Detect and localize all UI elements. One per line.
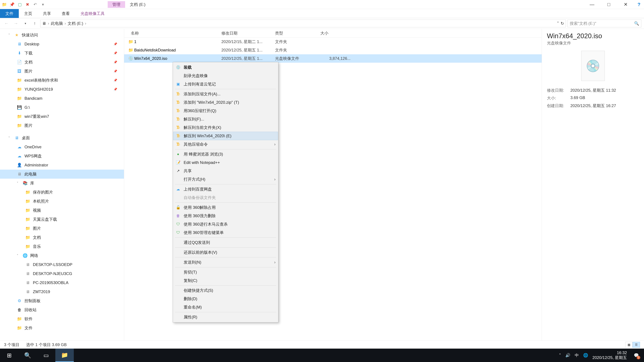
tree-library[interactable]: ˅📚库 [0,179,124,188]
tree-desktop-root[interactable]: ˅🖥桌面 [0,133,124,142]
tree-onedrive[interactable]: ☁OneDrive [0,142,124,151]
taskbar-search-button[interactable]: 🔍 [18,349,37,362]
menu-share[interactable]: ↗共享 [173,167,278,175]
file-list-header[interactable]: 名称 修改日期 类型 大小 [124,29,542,37]
file-row[interactable]: 📁 12020/12/15, 星期二 1...文件夹 [124,37,542,46]
tree-pc3[interactable]: 🖥PC-20190530OBLA [0,278,124,287]
menu-rename[interactable]: 重命名(M) [173,303,278,311]
menu-youdao[interactable]: ▣上传到有道云笔记 [173,80,278,88]
tab-home[interactable]: 主页 [19,9,38,18]
contextual-tab-manage[interactable]: 管理 [108,1,125,8]
nav-back-button[interactable]: ← [3,19,10,27]
tab-share[interactable]: 共享 [38,9,56,18]
menu-360-manage[interactable]: 🛡使用 360管理右键菜单 [173,228,278,237]
tree-docs2[interactable]: 📁文档 [0,233,124,242]
tree-files[interactable]: 📁文件 [0,324,124,333]
tree-localpics[interactable]: 📁本机照片 [0,197,124,206]
tree-soft[interactable]: 📁软件 [0,314,124,324]
refresh-icon[interactable]: ↻ [561,21,564,26]
tree-documents[interactable]: 📄文档📌 [0,58,124,67]
tree-quick-access[interactable]: ˅★快速访问 [0,30,124,39]
taskbar-clock[interactable]: 16:32 2020/12/25, 星期五 [592,351,627,360]
action-center-icon[interactable]: 💬 3 [631,350,641,360]
ime-icon[interactable]: 中 [575,353,579,358]
network-icon[interactable]: 🌐 [583,353,588,358]
tree-win7[interactable]: 📁win7重装win7 [0,112,124,121]
chevron-right-icon[interactable]: › [47,21,50,26]
menu-360-delete[interactable]: 🗑使用 360强力删除 [173,212,278,220]
menu-properties[interactable]: 属性(R) [173,313,278,321]
volume-icon[interactable]: 🔊 [565,353,570,358]
menu-360-scan[interactable]: 🛡使用 360进行木马云查杀 [173,220,278,228]
tree-pics3[interactable]: 📁图片 [0,224,124,233]
menu-other-zip[interactable]: 🗜其他压缩命令› [173,140,278,148]
menu-copy[interactable]: 复制(C) [173,276,278,285]
view-details-button[interactable]: ☰ [632,342,640,348]
menu-notepadpp[interactable]: 📝Edit with Notepad++ [173,158,278,167]
tree-wps[interactable]: ☁WPS网盘 [0,151,124,161]
start-button[interactable]: ⊞ [0,349,18,362]
close-button[interactable]: ✕ [617,0,634,9]
tree-gdrive[interactable]: 💾G:\ [0,103,124,112]
search-input[interactable]: 搜索"文档 (E:)" 🔍 [568,19,641,27]
menu-360-unlock[interactable]: 🔓使用 360解除占用 [173,203,278,212]
tree-pictures[interactable]: 🖼图片📌 [0,67,124,76]
menu-open-360zip[interactable]: 🗜用360压缩打开(Q) [173,107,278,115]
address-dropdown-icon[interactable]: ˅ [557,21,559,26]
menu-extract-named[interactable]: 🗜解压到 Win7x64_2020\ (E) [173,132,278,140]
tree-pc1[interactable]: 🖥DESKTOP-LSSOEDP [0,260,124,269]
file-row[interactable]: 📁 BaiduNetdiskDownload2020/12/25, 星期五 1.… [124,46,542,54]
menu-mount[interactable]: 💿装载 [173,63,278,71]
col-size[interactable]: 大小 [320,30,354,36]
qat-check-icon[interactable]: ▢ [17,2,22,7]
tree-video[interactable]: 📁视频 [0,206,124,215]
tab-file[interactable]: 文件 [0,9,19,18]
menu-bee-browser[interactable]: ●用 蜂蜜浏览器 浏览(3) [173,150,278,158]
tree-admin[interactable]: 👤Administrator [0,161,124,170]
col-name[interactable]: 名称 [128,30,221,36]
menu-extract-here[interactable]: 🗜解压到当前文件夹(X) [173,123,278,132]
qat-undo-icon[interactable]: ↶ [32,2,38,7]
tree-pc2[interactable]: 🖥DESKTOP-NJEU3CG [0,269,124,278]
minimize-button[interactable]: — [584,0,600,9]
tab-disc-tools[interactable]: 光盘映像工具 [75,9,110,18]
tree-pc4[interactable]: 🖥ZMT2019 [0,287,124,296]
navigation-tree[interactable]: ˅★快速访问 🖥Desktop📌 ⬇下载📌 📄文档📌 🖼图片📌 📁excel表格… [0,29,124,341]
nav-recent-button[interactable]: ▾ [22,19,29,27]
tree-bandicam[interactable]: 📁Bandicam [0,94,124,103]
tree-desktop[interactable]: 🖥Desktop📌 [0,39,124,49]
tree-downloads[interactable]: ⬇下载📌 [0,49,124,58]
tree-yunqishi[interactable]: 📁YUNQISHI2019📌 [0,85,124,94]
tree-tianyi[interactable]: 📁天翼云盘下载 [0,215,124,224]
menu-restore-version[interactable]: 还原以前的版本(V) [173,248,278,257]
col-type[interactable]: 类型 [275,30,320,36]
tree-this-pc[interactable]: 🖥此电脑 [0,170,124,179]
tree-savedpics[interactable]: 📁保存的图片 [0,188,124,197]
taskbar-explorer-button[interactable]: 📁 [55,349,74,362]
menu-create-shortcut[interactable]: 创建快捷方式(S) [173,286,278,295]
tree-excel[interactable]: 📁excel表格制作求和📌 [0,76,124,85]
menu-qq-send[interactable]: 通过QQ发送到 [173,238,278,247]
help-button[interactable]: ? [634,0,644,9]
qat-pin-icon[interactable]: 📌 [10,2,15,7]
maximize-button[interactable]: □ [600,0,617,9]
tray-overflow-icon[interactable]: ˄ [559,353,561,358]
menu-cut[interactable]: 剪切(T) [173,268,278,276]
tab-view[interactable]: 查看 [56,9,75,18]
crumb-this-pc[interactable]: 此电脑 [51,21,63,26]
tree-pics2[interactable]: 📁图片 [0,121,124,130]
menu-send-to[interactable]: 发送到(N)› [173,258,278,267]
nav-up-button[interactable]: ↑ [31,19,38,27]
menu-baidu-upload[interactable]: ☁上传到百度网盘 [173,185,278,193]
chevron-right-icon[interactable]: › [64,21,66,26]
tree-network[interactable]: ˅🌐网络 [0,251,124,260]
breadcrumb[interactable]: 🖥 › 此电脑 › 文档 (E:) › ˅ ↻ [40,19,566,27]
menu-add-zip[interactable]: 🗜添加到 "Win7x64_2020.zip" (T) [173,98,278,107]
menu-add-archive[interactable]: 🗜添加到压缩文件(A)... [173,90,278,98]
menu-burn[interactable]: 刻录光盘映像 [173,71,278,80]
task-view-button[interactable]: ▭ [37,349,55,362]
col-date[interactable]: 修改日期 [221,30,275,36]
file-row-selected[interactable]: 💿 Win7x64_2020.iso2020/12/25, 星期五 1...光盘… [124,54,542,63]
menu-extract-to[interactable]: 🗜解压到(F)... [173,115,278,123]
crumb-drive[interactable]: 文档 (E:) [68,21,83,26]
